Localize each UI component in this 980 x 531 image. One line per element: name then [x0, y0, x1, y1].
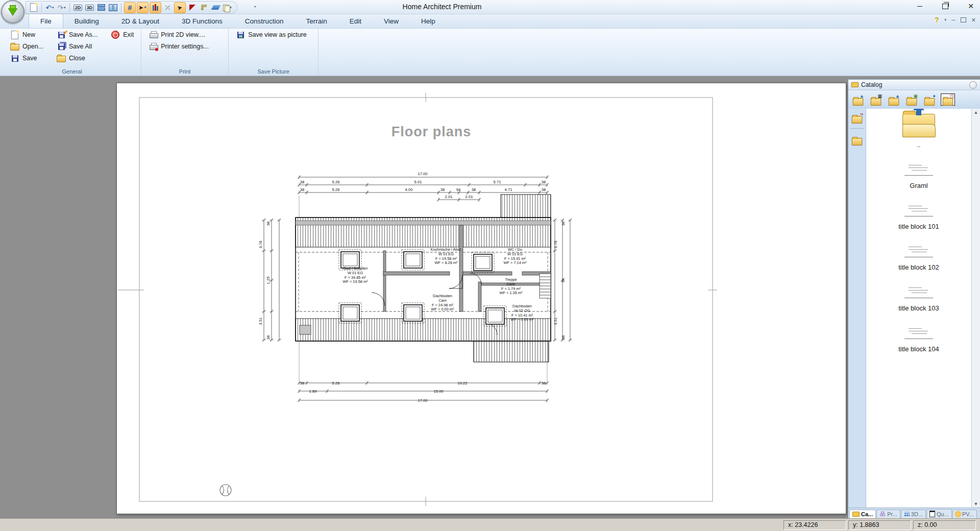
- green-down-arrow-icon: [8, 8, 17, 15]
- coordinate-x: x: 23.4226: [783, 520, 846, 530]
- printer-settings-button[interactable]: Printer settings...: [146, 42, 211, 51]
- dimension-label: 1.89: [309, 389, 317, 394]
- catalog-scrollbar[interactable]: ▲ ▼: [971, 109, 980, 508]
- view-3d-icon[interactable]: 3D: [84, 3, 95, 13]
- document-restore-icon[interactable]: [961, 17, 966, 22]
- dimension-label: 4.71: [505, 187, 512, 192]
- open-button[interactable]: Open...: [8, 42, 45, 51]
- catalog-tool-windows-icon[interactable]: ▦: [869, 94, 883, 105]
- catalog-tab-pr[interactable]: 品Pr...: [876, 510, 900, 518]
- catalog-strip-objects-icon[interactable]: ▪▴: [850, 112, 864, 123]
- dimension-label: 5.01: [414, 180, 422, 184]
- catalog-pin-icon[interactable]: [969, 81, 977, 89]
- close-button[interactable]: ✕: [965, 1, 977, 11]
- help-icon[interactable]: ?: [935, 16, 939, 24]
- dimension-label: 38: [266, 335, 271, 340]
- catalog-tab-qu[interactable]: Qu...: [926, 509, 952, 518]
- menu-tab-building[interactable]: Building: [63, 14, 110, 28]
- menu-tab-file[interactable]: File: [29, 14, 63, 28]
- minimize-button[interactable]: ─: [914, 1, 926, 11]
- roof-hatch-corner-icon[interactable]: [199, 3, 209, 13]
- roof-plane-icon[interactable]: [210, 3, 221, 13]
- dimension-label: 17.00: [418, 172, 427, 176]
- catalog-item[interactable]: title block 104: [875, 325, 962, 353]
- catalog-tool-up-icon[interactable]: ▲: [851, 94, 865, 105]
- menu-tab-help[interactable]: Help: [410, 14, 447, 28]
- customize-qat-icon[interactable]: ⹀: [254, 4, 256, 10]
- save-view-as-picture-button[interactable]: Save view as picture: [234, 30, 309, 39]
- catalog-item[interactable]: title block 101: [875, 203, 962, 230]
- catalog-tab-ca[interactable]: Ca...: [849, 510, 876, 518]
- open-folder-icon: [10, 42, 19, 51]
- dimension-label: 5.26: [332, 180, 340, 184]
- new-document-icon[interactable]: [28, 3, 39, 13]
- group-label-general: General: [8, 67, 136, 76]
- application-menu-button[interactable]: [1, 0, 24, 23]
- menu-tabs: FileBuilding2D & Layout3D FunctionsConst…: [29, 14, 447, 28]
- scroll-up-icon[interactable]: ▲: [974, 110, 978, 115]
- dimension-label: 17.00: [418, 398, 427, 403]
- scroll-down-icon[interactable]: ▼: [974, 501, 978, 506]
- catalog-bottom-tabs: Ca...品Pr...3D...Qu...PV...: [848, 508, 980, 518]
- dimension-label: 2.01: [465, 195, 473, 199]
- split-horizontal-icon[interactable]: [96, 3, 107, 13]
- dimension-label: 15.00: [433, 389, 443, 394]
- catalog-up-item[interactable]: ..: [902, 114, 935, 149]
- menu-tab-edit[interactable]: Edit: [338, 14, 373, 28]
- catalog-item[interactable]: Graml: [875, 162, 962, 189]
- undo-icon[interactable]: ↶▾: [44, 3, 55, 13]
- ribbon-tab-row: FileBuilding2D & Layout3D FunctionsConst…: [0, 14, 980, 29]
- close-button-ribbon[interactable]: Close: [55, 54, 100, 63]
- grid-toggle-icon[interactable]: #: [124, 2, 136, 13]
- split-vertical-icon[interactable]: [108, 3, 118, 13]
- pointer-icon[interactable]: ➤: [174, 2, 186, 13]
- layout-sheet[interactable]: Floor plans: [116, 83, 846, 514]
- menu-tab-2d-layout[interactable]: 2D & Layout: [110, 14, 170, 28]
- save-as-button[interactable]: Save As...: [55, 30, 100, 39]
- quick-access-toolbar: ↶▾ ↷▾ 2D 3D # ➤✦ ⤫ ➤ ▾: [26, 1, 237, 14]
- catalog-item[interactable]: title block 102: [875, 244, 962, 271]
- axes-cross-icon[interactable]: ⤫: [162, 3, 173, 13]
- dimension-label: 1.25: [266, 277, 271, 284]
- menu-tab-terrain[interactable]: Terrain: [295, 14, 338, 28]
- catalog-tab-pv[interactable]: PV...: [952, 510, 977, 518]
- catalog-tool-internet-icon[interactable]: ●: [923, 94, 936, 105]
- status-bar: x: 23.4226 y: 1.8863 z: 0.00: [0, 518, 980, 531]
- help-dropdown-icon[interactable]: ▾: [944, 18, 946, 22]
- menu-tab-view[interactable]: View: [373, 14, 410, 28]
- catalog-item-label: Graml: [910, 182, 927, 189]
- window-title: Home Architect Premium: [403, 3, 482, 11]
- dimension-label: 38: [472, 187, 476, 192]
- save-all-button[interactable]: Save All: [55, 42, 100, 51]
- dimension-label: 5.26: [332, 381, 340, 385]
- pv-sun-icon: [955, 512, 961, 517]
- smart-select-icon[interactable]: ➤✦: [137, 2, 149, 13]
- catalog-tool-objects-icon[interactable]: ▲: [887, 94, 900, 105]
- exit-button[interactable]: ◯Exit: [109, 30, 136, 39]
- roof-red-corner-icon[interactable]: [187, 3, 198, 13]
- save-button[interactable]: Save: [8, 54, 45, 63]
- document-minimize-icon[interactable]: ─: [951, 17, 955, 23]
- dimension-label: 38: [542, 180, 546, 184]
- column-display-icon[interactable]: [150, 2, 161, 13]
- document-close-icon[interactable]: ✕: [971, 17, 976, 23]
- catalog-strip-folder-icon[interactable]: [850, 134, 864, 145]
- redo-icon[interactable]: ↷▾: [56, 3, 67, 13]
- layers-icon[interactable]: ▾: [222, 3, 233, 13]
- catalog-item-label: title block 104: [898, 345, 939, 353]
- view-2d-icon[interactable]: 2D: [72, 3, 83, 13]
- floor-plan-drawing: Gast / ArbeitenW 01 EGF = 34.85 m²WF = 1…: [117, 83, 846, 514]
- catalog-tool-search-icon[interactable]: ◳: [941, 93, 955, 106]
- restore-button[interactable]: [939, 1, 951, 11]
- new-button[interactable]: New: [8, 30, 45, 39]
- catalog-tab-3d[interactable]: 3D...: [901, 510, 926, 518]
- menu-tab-construction[interactable]: Construction: [234, 14, 295, 28]
- drawing-canvas[interactable]: Floor plans: [0, 76, 848, 518]
- print-2d-view-button[interactable]: Print 2D view....: [146, 30, 211, 39]
- catalog-item[interactable]: title block 103: [875, 284, 962, 312]
- dimension-label: 38: [542, 381, 546, 385]
- catalog-tool-materials-icon[interactable]: ▣: [905, 94, 918, 105]
- menu-tab-3d-functions[interactable]: 3D Functions: [170, 14, 234, 28]
- catalog-content: .. Gramltitle block 101title block 102ti…: [866, 109, 971, 508]
- application-window: Home Architect Premium ─ ✕ ↶▾ ↷▾ 2D 3D #…: [0, 0, 980, 531]
